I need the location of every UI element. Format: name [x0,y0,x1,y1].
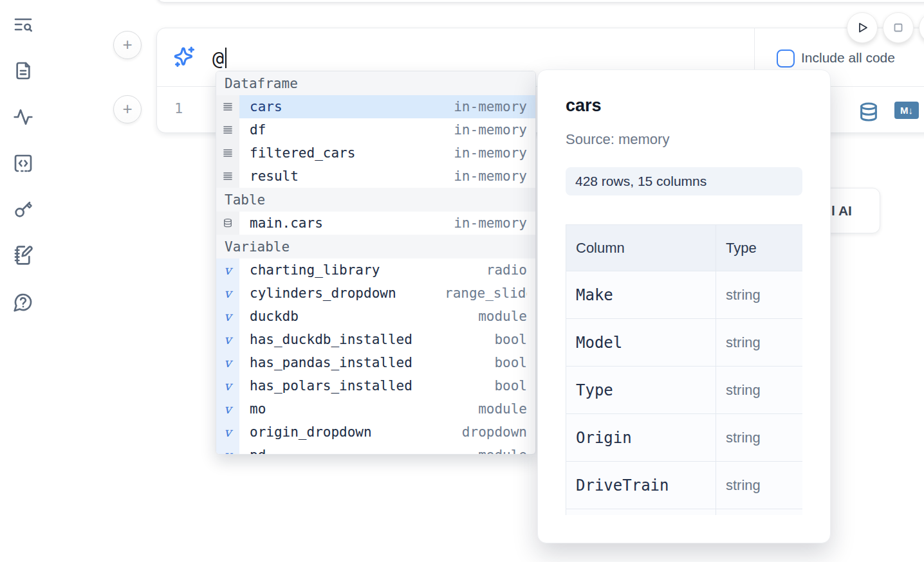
autocomplete-item-duckdb[interactable]: v duckdbmodule [216,305,535,328]
autocomplete-item-filtered-cars[interactable]: filtered_carsin-memory [216,141,535,165]
panel-title: cars [566,96,602,116]
column-header: Column [566,225,716,271]
file-text-icon[interactable] [13,60,33,81]
autocomplete-item-pd[interactable]: v pdmodule [216,444,535,455]
autocomplete-item-cylinders-dropdown[interactable]: v cylinders_dropdownrange_slider [216,282,535,305]
dataframe-icon [216,165,239,188]
ai-prompt-input[interactable]: @ [212,44,226,72]
schema-header-row: Column Type [566,225,803,271]
notebook-canvas: + + @ Include all code 1 M↓ l AI Datafra… [0,0,924,562]
autocomplete-item-origin-dropdown[interactable]: v origin_dropdowndropdown [216,421,535,444]
dataframe-icon [216,141,239,165]
autocomplete-item-result[interactable]: resultin-memory [216,165,535,188]
variable-icon: v [216,328,239,351]
dataframe-preview-panel: cars Source: memory 428 rows, 15 columns… [537,69,831,543]
activity-icon[interactable] [13,107,33,127]
shape-badge: 428 rows, 15 columns [566,167,802,195]
schema-row: Origin string [566,414,803,462]
database-icon[interactable] [858,102,879,122]
autocomplete-item-df[interactable]: dfin-memory [216,118,535,141]
previous-cell [156,0,924,3]
variable-icon: v [216,374,239,397]
include-all-code-checkbox[interactable] [777,50,795,68]
autocomplete-section-table: Table [216,188,535,212]
variable-icon: v [216,444,239,455]
dataframe-icon [216,95,239,118]
sparkles-icon [172,45,197,69]
line-number: 1 [174,100,183,116]
notebook-pen-icon[interactable] [13,245,33,266]
schema-row: Make string [566,271,803,319]
schema-row: DriveTrain string [566,462,803,509]
variable-icon: v [216,258,239,282]
stop-button[interactable] [883,12,914,43]
variable-icon: v [216,397,239,421]
autocomplete-item-mo[interactable]: v momodule [216,397,535,421]
type-header: Type [716,225,803,271]
markdown-export-icon[interactable]: M↓ [894,102,919,119]
variable-icon: v [216,421,239,444]
text-search-icon[interactable] [13,14,33,35]
table-icon [216,212,239,235]
dataframe-icon [216,118,239,141]
autocomplete-item-charting-library[interactable]: v charting_libraryradio [216,258,535,282]
code-square-icon[interactable] [13,153,33,174]
autocomplete-popup: Dataframe carsin-memory dfin-memory filt… [216,71,536,455]
schema-table-wrapper: Column Type Make string Model string Typ… [566,224,802,515]
add-cell-button-bottom[interactable]: + [113,95,142,123]
variable-icon: v [216,305,239,328]
text-caret [225,48,226,68]
variable-icon: v [216,282,239,305]
schema-table: Column Type Make string Model string Typ… [566,224,802,515]
autocomplete-item-has-pandas-installed[interactable]: v has_pandas_installedbool [216,351,535,374]
autocomplete-section-dataframe: Dataframe [216,71,535,95]
schema-row: Type string [566,367,803,414]
autocomplete-item-cars[interactable]: carsin-memory [216,95,535,118]
add-cell-button-top[interactable]: + [113,31,142,59]
autocomplete-item-has-duckdb-installed[interactable]: v has_duckdb_installedbool [216,328,535,351]
schema-row-partial [566,509,803,516]
help-chat-icon[interactable] [13,292,33,313]
autocomplete-item-has-polars-installed[interactable]: v has_polars_installedbool [216,374,535,397]
panel-source: Source: memory [566,131,669,148]
autocomplete-item-main-cars[interactable]: main.carsin-memory [216,212,535,235]
key-icon[interactable] [13,199,33,219]
variable-icon: v [216,351,239,374]
autocomplete-section-variable: Variable [216,235,535,258]
run-cell-button[interactable] [847,12,878,43]
schema-row: Model string [566,319,803,367]
